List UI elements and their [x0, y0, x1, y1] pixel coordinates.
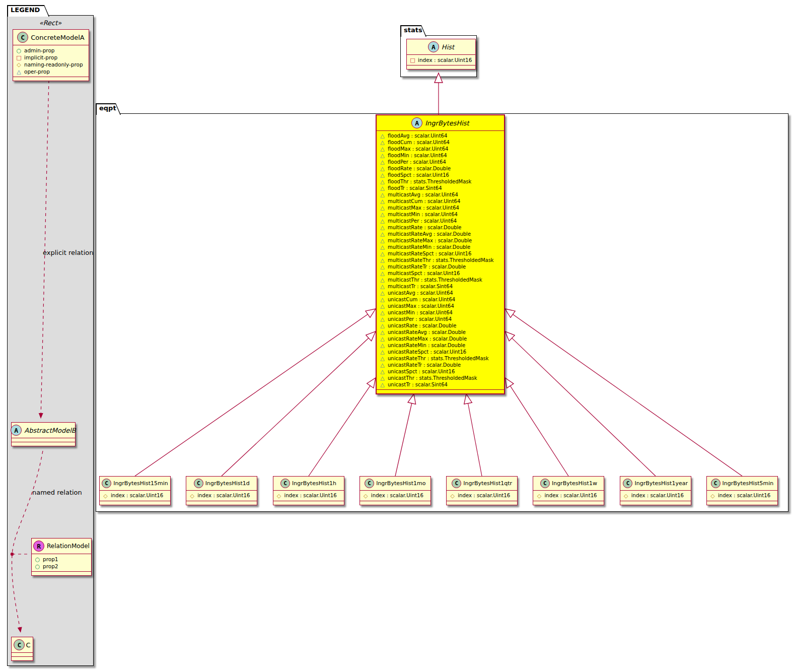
named-relation-label: named relation	[32, 489, 82, 496]
property-kind-icon	[379, 310, 386, 315]
class-spot-icon: C	[452, 479, 461, 488]
property-kind-icon	[379, 192, 386, 197]
attribute-row: unicastThr : stats.ThresholdedMask	[379, 375, 501, 381]
property-kind-icon	[709, 493, 716, 499]
class-abstract-model-b: A AbstractModelB	[11, 422, 76, 446]
class-box: C IngrBytesHist1w index : scalar.Uint16	[533, 476, 604, 505]
property-kind-icon	[276, 493, 282, 499]
class-hist: A Hist index : scalar.Uint16	[406, 39, 476, 70]
attribute-row: multicastMax : scalar.Uint64	[379, 205, 501, 211]
attribute-label: multicastRateMin : scalar.Double	[388, 244, 470, 250]
attribute-label: multicastRateAvg : scalar.Double	[388, 231, 471, 237]
methods-compartment	[273, 501, 344, 505]
attribute-label: unicastMax : scalar.Uint64	[388, 303, 454, 309]
property-kind-icon	[379, 166, 386, 171]
methods-compartment	[360, 501, 430, 505]
attribute-row: admin-prop	[16, 47, 86, 54]
class-spot-icon: R	[33, 541, 44, 552]
property-kind-icon	[449, 493, 456, 499]
class-header: C IngrBytesHist1qtr	[447, 477, 517, 491]
methods-compartment	[533, 501, 604, 505]
attribute-row: floodMin : scalar.Uint64	[379, 152, 501, 159]
methods-compartment	[13, 77, 89, 81]
class-name: C	[26, 641, 30, 649]
class-header: C ConcreteModelA	[13, 30, 89, 45]
attribute-row: index : scalar.Uint16	[623, 492, 688, 499]
attribute-row: multicastRateTr : scalar.Double	[379, 263, 501, 270]
legend-package-title: LEGEND	[11, 6, 40, 14]
class-header: A IngrBytesHist	[377, 115, 504, 131]
methods-compartment	[32, 572, 91, 575]
class-spot-icon: A	[11, 425, 22, 436]
attribute-label: naming-readonly-prop	[24, 61, 83, 68]
class-spot-icon: C	[711, 479, 721, 488]
property-kind-icon	[379, 284, 386, 289]
attribute-label: multicastMax : scalar.Uint64	[388, 205, 459, 211]
attribute-label: unicastPer : scalar.Uint64	[388, 316, 452, 322]
property-kind-icon	[379, 362, 386, 368]
attribute-row: unicastRateMin : scalar.Double	[379, 342, 501, 349]
attribute-label: multicastRateTr : scalar.Double	[388, 263, 466, 270]
class-spot-icon: C	[540, 479, 550, 488]
class-header: C IngrBytesHist1d	[186, 477, 257, 491]
class-spot-icon: C	[194, 479, 203, 488]
property-kind-icon	[379, 244, 386, 250]
attribute-label: unicastRateTr : scalar.Double	[388, 362, 461, 368]
attribute-label: index : scalar.Uint16	[718, 492, 770, 499]
class-header: A Hist	[407, 39, 475, 55]
class-spot-icon: C	[14, 639, 25, 650]
attribute-row: floodCum : scalar.Uint64	[379, 139, 501, 146]
attribute-row: unicastTr : scalar.Sint64	[379, 381, 501, 388]
methods-compartment	[12, 657, 33, 660]
attribute-row: multicastCum : scalar.Uint64	[379, 198, 501, 205]
attribute-label: unicastAvg : scalar.Uint64	[388, 290, 453, 296]
property-kind-icon	[379, 153, 386, 158]
attribute-list	[12, 438, 75, 442]
legend-stereotype: «Rect»	[7, 19, 94, 27]
attribute-row: multicastRateThr : stats.ThresholdedMask	[379, 257, 501, 263]
attribute-list: admin-prop implicit-prop naming-readonly…	[13, 45, 89, 77]
class-name: ConcreteModelA	[31, 34, 85, 41]
methods-compartment	[447, 501, 517, 505]
eqpt-package-tab: eqpt	[96, 103, 121, 115]
property-kind-icon	[102, 493, 109, 499]
property-kind-icon	[379, 382, 386, 387]
legend-package-tab: LEGEND	[7, 5, 49, 17]
property-kind-icon	[379, 323, 386, 328]
attribute-label: multicastSpct : scalar.Uint16	[388, 270, 460, 277]
attribute-label: unicastRate : scalar.Double	[388, 322, 456, 329]
property-kind-icon	[379, 356, 386, 361]
property-kind-icon	[379, 290, 386, 296]
attribute-label: multicastMin : scalar.Uint64	[388, 211, 458, 218]
class-header: C IngrBytesHist5min	[707, 477, 777, 491]
attribute-row: unicastCum : scalar.Uint64	[379, 296, 501, 303]
property-kind-icon	[379, 297, 386, 302]
class-name: IngrBytesHist15min	[113, 480, 168, 487]
attribute-label: unicastSpct : scalar.Uint16	[388, 368, 455, 375]
class-name: RelationModel	[47, 543, 90, 550]
class-spot-icon: C	[365, 479, 374, 488]
class-box: C IngrBytesHist1qtr index : scalar.Uint1…	[446, 476, 518, 505]
attribute-label: multicastPer : scalar.Uint64	[388, 218, 457, 224]
property-kind-icon	[379, 172, 386, 178]
attribute-list: index : scalar.Uint16	[360, 491, 430, 501]
attribute-row: unicastRateAvg : scalar.Double	[379, 329, 501, 335]
property-kind-icon	[623, 493, 629, 499]
property-kind-icon	[379, 264, 386, 270]
property-kind-icon	[409, 57, 416, 63]
attribute-row: multicastTr : scalar.Sint64	[379, 283, 501, 290]
class-box: C IngrBytesHist1h index : scalar.Uint16	[273, 476, 344, 505]
property-kind-icon	[363, 493, 369, 499]
property-kind-icon	[379, 140, 386, 145]
attribute-row: prop1	[34, 556, 89, 563]
attribute-row: floodRate : scalar.Double	[379, 165, 501, 172]
property-kind-icon	[379, 329, 386, 335]
property-kind-icon	[536, 493, 542, 499]
class-spot-icon: A	[411, 117, 422, 128]
attribute-list: index : scalar.Uint16	[447, 491, 517, 501]
property-kind-icon	[379, 238, 386, 243]
class-header: C IngrBytesHist1w	[533, 477, 604, 491]
class-box: C IngrBytesHist5min index : scalar.Uint1…	[706, 476, 778, 505]
attribute-label: multicastRate : scalar.Double	[388, 224, 462, 231]
attribute-row: multicastRateMin : scalar.Double	[379, 244, 501, 250]
